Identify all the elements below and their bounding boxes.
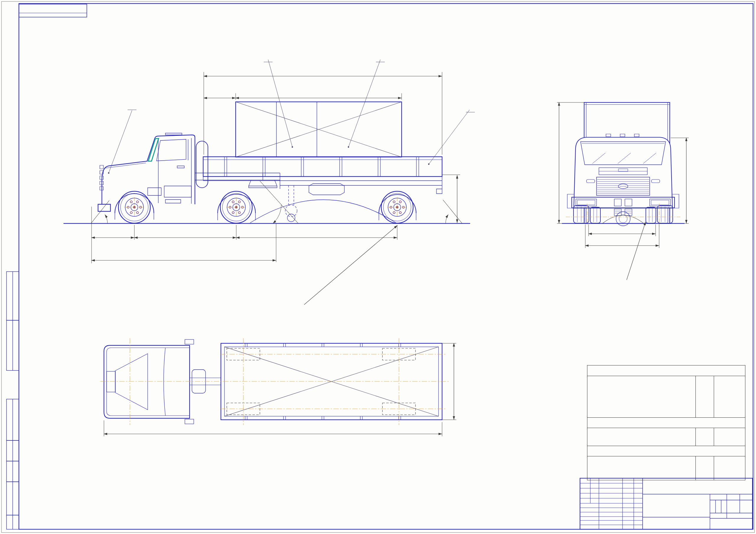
spec-unit — [695, 440, 714, 446]
table-row — [587, 440, 745, 446]
table-row — [587, 388, 745, 394]
spec-label — [587, 456, 695, 462]
trailer-wheel — [381, 191, 413, 223]
spec-section-title — [587, 365, 745, 376]
table-row — [587, 382, 745, 388]
spec-value — [714, 388, 745, 394]
r490-arc — [603, 216, 644, 224]
spec-label — [587, 394, 695, 400]
spec-value — [714, 394, 745, 400]
table-row — [587, 456, 745, 462]
mirror-plan — [185, 419, 194, 424]
spec-unit — [695, 376, 714, 382]
table-row — [587, 474, 745, 480]
spec-value — [714, 406, 745, 412]
cab-outline — [102, 135, 195, 204]
spec-unit — [695, 428, 714, 434]
spec-unit — [695, 394, 714, 400]
spec-label — [587, 474, 695, 480]
table-row — [587, 434, 745, 440]
spec-value — [714, 400, 745, 406]
spec-unit — [695, 400, 714, 406]
spec-label — [587, 440, 695, 446]
spec-label — [587, 376, 695, 382]
spec-label — [587, 382, 695, 388]
spec-value — [714, 376, 745, 382]
side-window — [156, 139, 186, 161]
spec-value — [714, 428, 745, 434]
corner-stamp — [19, 4, 87, 17]
spec-value — [714, 456, 745, 462]
top-view — [100, 338, 456, 436]
support-leg — [288, 185, 294, 207]
spec-section-passability — [587, 417, 745, 446]
spec-label — [587, 406, 695, 412]
spec-value — [714, 440, 745, 446]
spec-unit — [695, 462, 714, 468]
table-row — [587, 394, 745, 400]
table-row — [587, 462, 745, 468]
table-row — [587, 412, 745, 417]
clearance-arc — [250, 200, 396, 223]
spec-label — [587, 462, 695, 468]
spec-unit — [695, 474, 714, 480]
spec-unit — [695, 456, 714, 462]
spec-unit — [695, 434, 714, 440]
spec-label — [587, 428, 695, 434]
table-row — [587, 400, 745, 406]
title-block — [580, 478, 752, 529]
mirror-plan — [185, 339, 194, 344]
spec-unit — [695, 468, 714, 474]
margin-stamps — [7, 272, 19, 529]
cab-plan — [104, 345, 190, 418]
spec-unit — [695, 388, 714, 394]
spec-section-title — [587, 417, 745, 428]
spec-section-title — [587, 446, 745, 456]
box-diagonals — [236, 102, 402, 157]
spec-unit — [695, 412, 714, 417]
spec-section-stability — [587, 365, 745, 417]
spec-value — [714, 462, 745, 468]
front-view — [557, 102, 689, 280]
spec-label — [587, 468, 695, 474]
spec-section-maneuverability — [587, 446, 745, 480]
spec-unit — [695, 382, 714, 388]
spec-label — [587, 434, 695, 440]
rear-fenders — [218, 194, 416, 213]
drive-wheel — [220, 191, 252, 223]
trailer — [203, 157, 442, 223]
spec-value — [714, 382, 745, 388]
radius-leader — [304, 226, 397, 305]
table-row — [587, 376, 745, 382]
spec-value — [714, 468, 745, 474]
table-row — [587, 468, 745, 474]
side-view — [64, 60, 475, 305]
front-wheel — [119, 191, 150, 223]
spec-value — [714, 474, 745, 480]
spec-label — [587, 388, 695, 394]
tractor-cab — [98, 133, 195, 220]
spec-label — [587, 412, 695, 417]
spec-unit — [695, 406, 714, 412]
table-row — [587, 428, 745, 434]
spec-value — [714, 412, 745, 417]
drawing-sheet — [0, 0, 756, 534]
front-bumper — [98, 204, 110, 211]
table-row — [587, 406, 745, 412]
spec-table — [587, 365, 745, 480]
cargo-box — [236, 102, 402, 157]
tractor-chassis — [148, 141, 280, 197]
spec-value — [714, 434, 745, 440]
spec-label — [587, 400, 695, 406]
r490-leader — [627, 222, 646, 280]
